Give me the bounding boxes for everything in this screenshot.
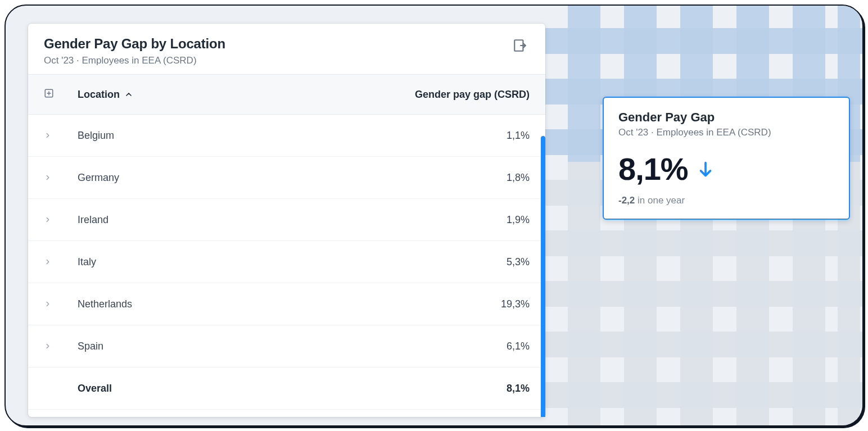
- row-location: Ireland: [78, 214, 350, 226]
- table-row[interactable]: Belgium 1,1%: [28, 115, 545, 157]
- table-row[interactable]: Germany 1,8%: [28, 157, 545, 199]
- expand-row-button[interactable]: [44, 216, 52, 224]
- row-location: Spain: [78, 341, 350, 352]
- row-value: 6,1%: [350, 341, 530, 352]
- row-value: 1,8%: [350, 172, 530, 184]
- table-row[interactable]: Ireland 1,9%: [28, 199, 545, 241]
- card-subtitle: Oct '23 · Employees in EEA (CSRD): [44, 55, 510, 66]
- overall-value: 8,1%: [350, 383, 530, 394]
- column-header-location-label: Location: [78, 89, 120, 101]
- chevron-right-icon: [44, 342, 52, 350]
- row-value: 19,3%: [350, 298, 530, 310]
- expand-row-button[interactable]: [44, 342, 52, 350]
- card-title: Gender Pay Gap by Location: [44, 36, 510, 52]
- expand-all-button[interactable]: [44, 88, 54, 101]
- table-row[interactable]: Italy 5,3%: [28, 241, 545, 283]
- export-button[interactable]: [510, 36, 530, 57]
- table-row[interactable]: Netherlands 19,3%: [28, 283, 545, 325]
- location-table: Location Gender pay gap (CSRD) Belgium 1…: [28, 74, 545, 417]
- location-table-card: Gender Pay Gap by Location Oct '23 · Emp…: [28, 24, 545, 417]
- kpi-value: 8,1%: [618, 151, 688, 187]
- dashboard-frame: Gender Pay Gap by Location Oct '23 · Emp…: [4, 4, 864, 427]
- table-row[interactable]: Spain 6,1%: [28, 325, 545, 368]
- column-header-value[interactable]: Gender pay gap (CSRD): [350, 89, 530, 101]
- chevron-right-icon: [44, 131, 52, 139]
- expand-row-button[interactable]: [44, 258, 52, 266]
- expand-row-button[interactable]: [44, 300, 52, 308]
- chevron-right-icon: [44, 300, 52, 308]
- kpi-subtitle: Oct '23 · Employees in EEA (CSRD): [618, 127, 834, 138]
- kpi-title: Gender Pay Gap: [618, 110, 834, 125]
- expand-row-button[interactable]: [44, 174, 52, 182]
- row-value: 1,9%: [350, 214, 530, 226]
- table-row-overall: Overall 8,1%: [28, 368, 545, 410]
- trend-down-icon: [696, 160, 715, 179]
- overall-label: Overall: [78, 383, 350, 394]
- card-header: Gender Pay Gap by Location Oct '23 · Emp…: [28, 24, 545, 74]
- kpi-delta: -2,2: [618, 195, 635, 206]
- table-header-row: Location Gender pay gap (CSRD): [28, 74, 545, 115]
- chevron-right-icon: [44, 258, 52, 266]
- plus-square-icon: [44, 88, 54, 98]
- row-location: Netherlands: [78, 298, 350, 310]
- expand-row-button[interactable]: [44, 131, 52, 139]
- kpi-card[interactable]: Gender Pay Gap Oct '23 · Employees in EE…: [603, 97, 850, 220]
- row-location: Belgium: [78, 130, 350, 142]
- row-value: 5,3%: [350, 256, 530, 268]
- row-location: Italy: [78, 256, 350, 268]
- kpi-value-row: 8,1%: [618, 151, 834, 187]
- column-header-value-label: Gender pay gap (CSRD): [415, 89, 530, 100]
- kpi-delta-text: in one year: [638, 195, 685, 206]
- sort-asc-icon: [124, 90, 133, 99]
- export-icon: [513, 38, 527, 53]
- column-header-location[interactable]: Location: [78, 89, 350, 101]
- row-value: 1,1%: [350, 130, 530, 142]
- row-location: Germany: [78, 172, 350, 184]
- scrollbar-thumb[interactable]: [541, 136, 545, 417]
- kpi-change: -2,2 in one year: [618, 195, 834, 206]
- chevron-right-icon: [44, 174, 52, 182]
- chevron-right-icon: [44, 216, 52, 224]
